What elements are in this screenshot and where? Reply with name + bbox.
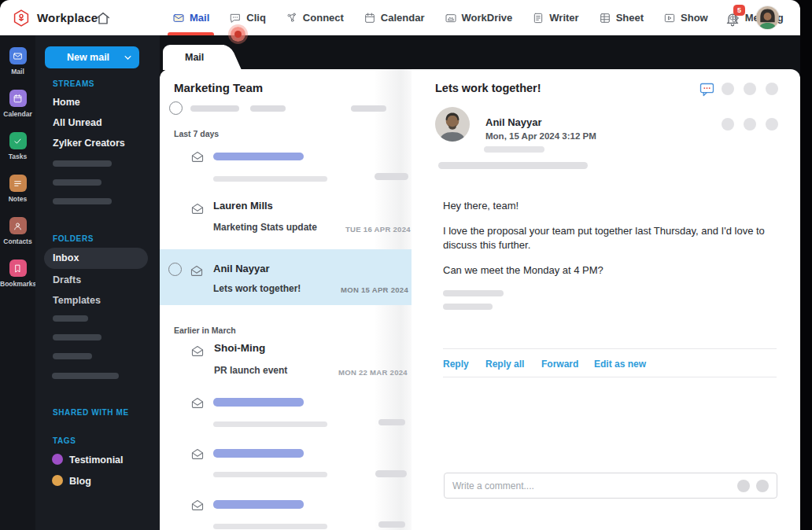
rail-item-bookmarks[interactable]: Bookmarks bbox=[0, 259, 35, 288]
nav-workdrive[interactable]: WorkDrive bbox=[445, 0, 513, 35]
skeleton-bar bbox=[443, 290, 504, 296]
skeleton-bar bbox=[190, 105, 239, 112]
open-envelope-icon bbox=[190, 344, 205, 357]
header-action-circle[interactable] bbox=[744, 83, 756, 95]
open-envelope-icon bbox=[190, 396, 205, 409]
nav-calendar[interactable]: Calendar bbox=[364, 0, 425, 35]
list-section-recent: Last 7 days bbox=[174, 129, 219, 138]
app-window: Workplace Mail Cliq bbox=[0, 0, 812, 530]
skeleton-sender-bar bbox=[213, 500, 304, 509]
select-all-radio[interactable] bbox=[169, 101, 183, 115]
nav-mail[interactable]: Mail bbox=[172, 0, 209, 35]
rail-item-mail[interactable]: Mail bbox=[0, 47, 35, 75]
tasks-app-icon bbox=[9, 132, 27, 149]
message-sender[interactable]: Anil Nayyar bbox=[213, 263, 270, 274]
sidebar-item-inbox[interactable]: Inbox bbox=[53, 252, 79, 263]
message-action-circle[interactable] bbox=[744, 118, 756, 131]
message-radio[interactable] bbox=[168, 263, 182, 276]
top-nav: Mail Cliq Connect Calendar bbox=[172, 0, 784, 35]
new-mail-label: New mail bbox=[67, 52, 109, 63]
message-subject[interactable]: Lets work together! bbox=[213, 283, 301, 294]
user-avatar[interactable] bbox=[756, 6, 779, 29]
nav-connect[interactable]: Connect bbox=[286, 0, 344, 35]
skeleton-bar bbox=[443, 304, 493, 310]
sidebar-item-templates[interactable]: Templates bbox=[53, 295, 101, 306]
message-subject[interactable]: Marketing Stats update bbox=[213, 222, 317, 233]
skeleton-bar bbox=[213, 421, 327, 427]
tag-color-dot bbox=[52, 475, 63, 486]
skeleton-date-bar bbox=[375, 470, 407, 477]
nav-sheet[interactable]: Sheet bbox=[599, 0, 644, 35]
header-action-circle[interactable] bbox=[766, 83, 778, 95]
new-mail-button[interactable]: New mail bbox=[45, 46, 139, 68]
body-text: discuss this further. bbox=[443, 239, 530, 251]
comment-action-circle[interactable] bbox=[756, 480, 769, 492]
streams-section-label: STREAMS bbox=[53, 79, 94, 88]
tag-color-dot bbox=[52, 454, 63, 465]
forward-link[interactable]: Forward bbox=[541, 359, 578, 370]
comments-icon[interactable] bbox=[699, 82, 714, 96]
message-subject[interactable]: PR launch event bbox=[214, 365, 287, 376]
app-rail: Mail Calendar Tasks Notes Contacts bbox=[0, 35, 35, 530]
skeleton-bar bbox=[438, 162, 588, 169]
mail-icon bbox=[172, 12, 185, 24]
rail-item-contacts[interactable]: Contacts bbox=[0, 217, 35, 245]
content-card: Marketing Team Last 7 days Lauren Mills … bbox=[160, 69, 800, 530]
mail-group-title: Marketing Team bbox=[174, 81, 263, 94]
sidebar-item-home[interactable]: Home bbox=[53, 97, 80, 108]
sidebar-item-drafts[interactable]: Drafts bbox=[53, 274, 81, 285]
message-action-circle[interactable] bbox=[766, 118, 778, 131]
sender-avatar bbox=[435, 107, 470, 142]
sidebar-item-all-unread[interactable]: All Unread bbox=[53, 117, 102, 128]
brand[interactable]: Workplace bbox=[12, 0, 98, 35]
message-sender[interactable]: Shoi-Ming bbox=[214, 342, 265, 354]
sidebar-item-tag-blog[interactable]: Blog bbox=[69, 476, 91, 487]
skeleton-date-bar bbox=[378, 419, 405, 425]
skeleton-sender-bar bbox=[213, 153, 304, 160]
network-icon bbox=[286, 12, 298, 24]
message-row-selected[interactable] bbox=[160, 249, 412, 305]
show-icon bbox=[663, 12, 676, 24]
sidebar-item-tag-testimonial[interactable]: Testimonial bbox=[69, 455, 124, 466]
nav-label: Cliq bbox=[246, 12, 266, 24]
notification-count-badge: 5 bbox=[733, 5, 745, 16]
skeleton-bar bbox=[484, 146, 544, 153]
skeleton-date-bar bbox=[378, 521, 405, 528]
reply-link[interactable]: Reply bbox=[443, 359, 469, 370]
comment-action-circle[interactable] bbox=[737, 480, 750, 492]
skeleton-bar bbox=[351, 105, 386, 112]
rail-item-tasks[interactable]: Tasks bbox=[0, 132, 35, 160]
nav-writer[interactable]: Writer bbox=[532, 0, 578, 35]
sidebar-item-zylker-creators[interactable]: Zylker Creators bbox=[53, 138, 125, 149]
comment-input[interactable] bbox=[452, 480, 731, 491]
skeleton-date-bar bbox=[375, 173, 408, 180]
message-sender[interactable]: Lauren Mills bbox=[213, 200, 273, 212]
shared-section-label: SHARED WITH ME bbox=[53, 408, 129, 417]
open-envelope-icon bbox=[190, 499, 205, 511]
reply-all-link[interactable]: Reply all bbox=[485, 359, 524, 370]
rail-item-notes[interactable]: Notes bbox=[0, 175, 35, 203]
tags-section-label: TAGS bbox=[53, 436, 76, 445]
divider bbox=[443, 348, 777, 349]
skeleton-bar bbox=[53, 315, 88, 322]
rail-label: Notes bbox=[0, 195, 35, 203]
edit-as-new-link[interactable]: Edit as new bbox=[594, 359, 646, 370]
reading-subject: Lets work together! bbox=[435, 82, 541, 94]
nav-label: Mail bbox=[190, 12, 209, 24]
message-date: TUE 16 APR 2024 bbox=[345, 225, 411, 234]
skeleton-bar bbox=[213, 472, 327, 477]
nav-label: Writer bbox=[549, 12, 578, 24]
message-action-circle[interactable] bbox=[722, 118, 734, 131]
home-icon[interactable] bbox=[94, 9, 112, 27]
skeleton-bar bbox=[53, 179, 102, 186]
tour-pulse-dot[interactable] bbox=[231, 27, 245, 42]
rail-item-calendar[interactable]: Calendar bbox=[0, 90, 35, 118]
writer-icon bbox=[532, 12, 544, 24]
calendar-app-icon bbox=[9, 90, 27, 107]
header-action-circle[interactable] bbox=[722, 83, 734, 95]
nav-show[interactable]: Show bbox=[663, 0, 708, 35]
list-section-older: Earlier in March bbox=[174, 326, 236, 335]
divider bbox=[443, 377, 777, 377]
open-envelope-icon bbox=[190, 202, 205, 215]
rail-label: Bookmarks bbox=[0, 280, 35, 288]
